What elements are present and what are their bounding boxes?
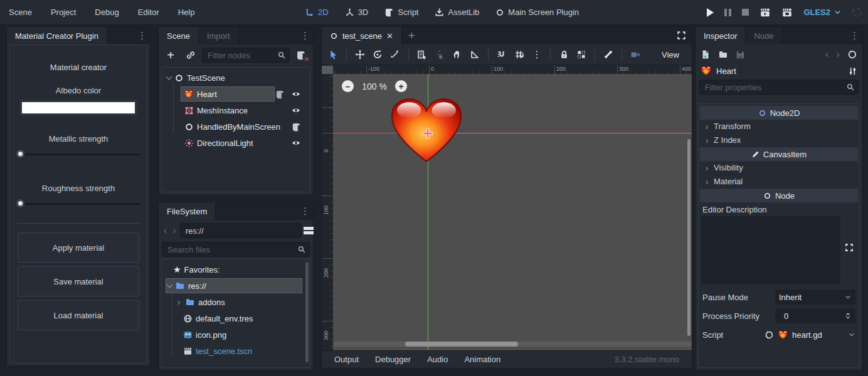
tree-row-meshinstance[interactable]: MeshInstance bbox=[162, 102, 310, 118]
fs-row-favorites[interactable]: ★ Favorites: bbox=[162, 261, 310, 278]
expand-arrow-icon[interactable]: › bbox=[176, 297, 182, 307]
visibility-eye-icon[interactable] bbox=[291, 89, 301, 99]
tab-filesystem[interactable]: FileSystem bbox=[159, 202, 216, 220]
dock-menu-icon[interactable]: ⋮ bbox=[300, 29, 309, 42]
move-tool-button[interactable] bbox=[351, 46, 369, 63]
fs-row-addons[interactable]: › addons bbox=[162, 294, 310, 310]
class-header-canvasitem[interactable]: CanvasItem bbox=[700, 147, 858, 161]
add-node-button[interactable]: + bbox=[162, 47, 179, 63]
scrollbar-thumb[interactable] bbox=[305, 262, 309, 362]
play-button[interactable] bbox=[707, 8, 714, 17]
search-files-input[interactable] bbox=[162, 242, 310, 257]
tree-row-testscene[interactable]: TestScene bbox=[162, 70, 310, 86]
fs-row-icon-png[interactable]: icon.png bbox=[162, 326, 310, 343]
workspace-assetlib-button[interactable]: AssetLib bbox=[435, 8, 479, 17]
snap-options-menu-button[interactable]: ⋮ bbox=[528, 46, 546, 63]
close-tab-icon[interactable]: ✕ bbox=[386, 31, 393, 41]
menu-project[interactable]: Project bbox=[51, 8, 76, 17]
new-scene-tab-button[interactable]: + bbox=[402, 27, 421, 44]
new-resource-button[interactable] bbox=[701, 50, 711, 60]
class-header-node[interactable]: Node bbox=[700, 189, 858, 202]
bottom-panel-debugger[interactable]: Debugger bbox=[375, 355, 411, 364]
instance-scene-button[interactable] bbox=[182, 47, 199, 63]
object-history-button[interactable] bbox=[847, 50, 857, 60]
menu-help[interactable]: Help bbox=[178, 8, 195, 17]
grid-snap-button[interactable] bbox=[511, 46, 528, 63]
tab-material-creator-plugin[interactable]: Material Creator Plugin bbox=[7, 27, 107, 44]
visibility-eye-icon[interactable] bbox=[291, 138, 301, 148]
play-scene-button[interactable] bbox=[760, 7, 771, 18]
pan-tool-button[interactable] bbox=[448, 46, 466, 63]
fold-transform[interactable]: ›Transform bbox=[699, 120, 859, 133]
play-custom-scene-button[interactable] bbox=[781, 7, 793, 18]
nav-back-button[interactable]: ‹ bbox=[162, 225, 169, 236]
dock-menu-icon[interactable]: ⋮ bbox=[300, 205, 309, 217]
visibility-eye-icon[interactable] bbox=[291, 105, 301, 115]
fold-material[interactable]: ›Material bbox=[699, 175, 859, 189]
zoom-level-label[interactable]: 100 % bbox=[360, 81, 389, 91]
filter-nodes-input[interactable] bbox=[202, 48, 290, 63]
script-icon[interactable] bbox=[275, 90, 285, 99]
load-material-button[interactable]: Load material bbox=[18, 300, 139, 330]
rotate-tool-button[interactable] bbox=[369, 46, 386, 63]
tree-row-handledbymainscreen[interactable]: HandledByMainScreen bbox=[162, 118, 310, 135]
scale-tool-button[interactable] bbox=[386, 46, 404, 63]
viewport-canvas[interactable]: – 100 % + bbox=[333, 74, 692, 350]
distraction-free-icon[interactable] bbox=[676, 30, 687, 41]
scene-tab-test-scene[interactable]: test_scene ✕ bbox=[322, 27, 402, 44]
detach-script-button[interactable]: ✕ bbox=[292, 47, 310, 63]
spin-updown-icon[interactable] bbox=[844, 311, 852, 320]
metallic-strength-slider[interactable] bbox=[16, 150, 140, 159]
lock-object-button[interactable] bbox=[555, 46, 573, 63]
roughness-strength-slider[interactable] bbox=[16, 199, 140, 208]
stop-button[interactable] bbox=[742, 9, 749, 16]
smart-snap-button[interactable] bbox=[493, 46, 511, 63]
apply-material-button[interactable]: Apply material bbox=[18, 232, 139, 263]
zoom-in-button[interactable]: + bbox=[395, 80, 407, 92]
fs-row-res[interactable]: res:// bbox=[162, 278, 310, 294]
class-header-node2d[interactable]: Node2D bbox=[700, 106, 858, 120]
fs-row-default-env[interactable]: default_env.tres bbox=[162, 310, 310, 326]
menu-editor[interactable]: Editor bbox=[138, 8, 159, 17]
path-field[interactable] bbox=[180, 223, 302, 238]
position-gizmo-icon[interactable] bbox=[421, 127, 434, 140]
onion-skinning-button[interactable] bbox=[627, 46, 644, 63]
dock-menu-icon[interactable]: ⋮ bbox=[137, 29, 146, 42]
viewport-hscrollbar-track[interactable] bbox=[333, 342, 692, 347]
filter-properties-input[interactable] bbox=[699, 80, 859, 95]
pause-button[interactable] bbox=[724, 9, 731, 16]
script-icon[interactable] bbox=[292, 122, 301, 132]
history-back-button[interactable]: ‹ bbox=[825, 48, 829, 61]
tab-inspector[interactable]: Inspector bbox=[696, 27, 746, 44]
viewport-hscrollbar-thumb[interactable] bbox=[405, 342, 518, 347]
ruler-tool-button[interactable] bbox=[466, 46, 484, 63]
view-menu-button[interactable]: View bbox=[657, 48, 684, 61]
list-select-tool-button[interactable] bbox=[413, 46, 431, 63]
menu-scene[interactable]: Scene bbox=[9, 8, 32, 17]
tree-row-directionallight[interactable]: DirectionalLight bbox=[162, 135, 310, 151]
bottom-panel-output[interactable]: Output bbox=[334, 355, 359, 364]
tab-scene[interactable]: Scene bbox=[159, 27, 199, 44]
save-material-button[interactable]: Save material bbox=[18, 266, 139, 296]
expand-editor-icon[interactable] bbox=[844, 243, 854, 253]
tab-import[interactable]: Import bbox=[199, 27, 239, 44]
tab-node[interactable]: Node bbox=[746, 27, 782, 44]
toggle-split-mode-button[interactable] bbox=[304, 222, 314, 239]
fs-row-test-scene[interactable]: test_scene.tscn bbox=[162, 343, 310, 359]
renderer-dropdown[interactable]: GLES2 bbox=[803, 8, 842, 17]
pause-mode-dropdown[interactable]: Inherit bbox=[775, 290, 855, 305]
workspace-script-button[interactable]: Script bbox=[384, 8, 418, 17]
group-object-button[interactable] bbox=[573, 46, 590, 63]
select-tool-button[interactable] bbox=[324, 46, 342, 63]
dock-menu-icon[interactable]: ⋮ bbox=[850, 29, 859, 42]
skeleton-options-button[interactable] bbox=[600, 46, 617, 63]
tree-row-heart[interactable]: Heart bbox=[162, 86, 310, 102]
load-resource-button[interactable] bbox=[718, 50, 728, 60]
workspace-3d-button[interactable]: 3D bbox=[345, 8, 369, 17]
editor-description-textarea[interactable] bbox=[701, 216, 840, 284]
history-forward-button[interactable]: › bbox=[836, 48, 840, 61]
object-tools-icon[interactable] bbox=[848, 66, 857, 76]
nav-forward-button[interactable]: › bbox=[171, 225, 177, 236]
position-select-tool-button[interactable] bbox=[431, 46, 448, 63]
albedo-color-picker[interactable] bbox=[20, 100, 137, 115]
